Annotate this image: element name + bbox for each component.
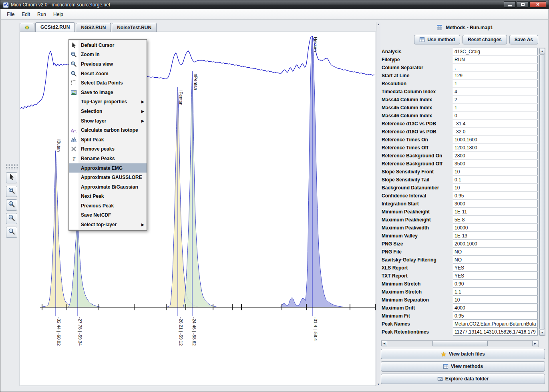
- menu-file[interactable]: File: [3, 10, 18, 19]
- menu-item-show-layer[interactable]: Show layer▶: [69, 116, 147, 126]
- property-value-input[interactable]: [453, 328, 538, 336]
- scroll-up-icon[interactable]: ▲: [539, 48, 545, 54]
- tool-zoom-in-button[interactable]: [6, 186, 17, 197]
- menu-item-select-data-points[interactable]: Select Data Points: [69, 78, 147, 88]
- menu-item-reset-zoom[interactable]: Reset Zoom: [69, 69, 147, 78]
- menu-item-approximate-emg[interactable]: Approximate EMG: [69, 163, 147, 173]
- property-value-input[interactable]: [453, 168, 538, 175]
- method-property-row: PNG File: [381, 248, 539, 256]
- menu-item-save-netcdf[interactable]: Save NetCDF: [69, 211, 147, 220]
- property-value-input[interactable]: [453, 248, 538, 255]
- menu-help[interactable]: Help: [50, 10, 67, 19]
- property-value-input[interactable]: [453, 160, 538, 167]
- property-value-input[interactable]: [453, 192, 538, 199]
- property-value-input[interactable]: [453, 264, 538, 271]
- property-value-input[interactable]: [453, 64, 538, 71]
- view-batch-files-button[interactable]: ★ View batch files: [381, 349, 545, 359]
- property-label: XLS Report: [382, 265, 408, 271]
- menu-run[interactable]: Run: [34, 10, 50, 19]
- tool-previous-view-button[interactable]: 1: [6, 199, 17, 211]
- methods-vertical-scrollbar[interactable]: ▲ ▼: [539, 48, 545, 336]
- property-value-input[interactable]: [453, 136, 538, 143]
- scroll-left-icon[interactable]: ◀: [381, 341, 387, 346]
- property-value-input[interactable]: [453, 72, 538, 79]
- property-value-input[interactable]: [453, 320, 538, 328]
- menu-item-default-cursor[interactable]: Default Cursor: [69, 40, 147, 50]
- property-value-input[interactable]: [453, 48, 538, 55]
- property-value-input[interactable]: [453, 96, 538, 103]
- scroll-down-icon[interactable]: ▼: [539, 330, 545, 336]
- horizontal-scroll-thumb[interactable]: [432, 341, 488, 346]
- property-value-input[interactable]: [453, 240, 538, 247]
- close-icon[interactable]: ✕: [529, 1, 546, 8]
- property-value-input[interactable]: [453, 280, 538, 287]
- property-value-input[interactable]: [453, 224, 538, 231]
- property-value-input[interactable]: [453, 232, 538, 239]
- view-methods-button[interactable]: View methods: [381, 361, 545, 372]
- explore-data-folder-button[interactable]: Explore data folder: [381, 374, 545, 384]
- menu-item-approximate-bigaussian[interactable]: Approximate BiGaussian: [69, 182, 147, 192]
- property-value-input[interactable]: [453, 176, 538, 183]
- chart-vertical-scrollbar[interactable]: ▲ ▼: [376, 22, 380, 386]
- property-value-input[interactable]: [453, 272, 538, 279]
- property-value-input[interactable]: [453, 256, 538, 263]
- property-value-input[interactable]: [453, 56, 538, 63]
- menu-item-selection[interactable]: Selection▶: [69, 107, 147, 116]
- menu-item-remove-peaks[interactable]: Remove peaks: [69, 145, 147, 154]
- menu-item-rename-peaks[interactable]: TRename Peaks: [69, 154, 147, 163]
- menu-item-select-top-layer[interactable]: Select top-layer▶: [69, 220, 147, 229]
- menu-edit[interactable]: Edit: [18, 10, 34, 19]
- menu-item-next-peak[interactable]: Next Peak: [69, 192, 147, 201]
- menu-item-previous-view[interactable]: 1Previous view: [69, 59, 147, 69]
- property-value-input[interactable]: [453, 288, 538, 296]
- property-value-input[interactable]: [453, 208, 538, 215]
- menu-item-previous-peak[interactable]: Previous Peak: [69, 201, 147, 211]
- tool-zoom-out-button[interactable]: [6, 213, 17, 224]
- menu-item-save-to-image[interactable]: Save to image: [69, 88, 147, 97]
- menu-item-approximate-gausslore[interactable]: Approximate GAUSSLORE: [69, 173, 147, 182]
- property-value-input[interactable]: [453, 184, 538, 191]
- tab-noisetest[interactable]: NoiseTest.RUN: [112, 23, 157, 32]
- minimize-icon[interactable]: [504, 1, 516, 8]
- property-value-input[interactable]: [453, 128, 538, 135]
- menu-item-label: Remove peaks: [78, 146, 147, 152]
- property-value-input[interactable]: [453, 304, 538, 312]
- property-value-input[interactable]: [453, 112, 538, 119]
- property-value-input[interactable]: [453, 120, 538, 127]
- property-value-input[interactable]: [453, 104, 538, 111]
- property-value-input[interactable]: [453, 200, 538, 207]
- property-value-input[interactable]: [453, 144, 538, 151]
- property-value-input[interactable]: [453, 216, 538, 223]
- toolbar-grip[interactable]: [6, 163, 18, 169]
- menu-item-label: Approximate EMG: [78, 165, 147, 171]
- methods-horizontal-scrollbar[interactable]: ◀ ▶: [381, 340, 539, 347]
- tool-reset-zoom-button[interactable]: [6, 227, 17, 238]
- menu-item-label: Approximate BiGaussian: [78, 184, 147, 190]
- use-method-button[interactable]: Use method: [414, 35, 460, 44]
- view-batch-files-label: View batch files: [449, 351, 485, 357]
- vertical-scroll-thumb[interactable]: [539, 54, 545, 329]
- tab-gcstd2[interactable]: GCStd2.RUN: [35, 22, 75, 32]
- property-value-input[interactable]: [453, 152, 538, 159]
- scroll-up-icon[interactable]: ▲: [376, 23, 380, 26]
- menu-item-calculate-carbon-isotope[interactable]: Calculate carbon Isotope: [69, 125, 147, 135]
- svg-text:1: 1: [72, 62, 74, 65]
- menu-item-zoom-in[interactable]: Zoom In: [69, 50, 147, 60]
- property-value-input[interactable]: [453, 88, 538, 95]
- isotope-icon: [69, 125, 78, 135]
- tab-ngs2[interactable]: NGS2.RUN: [76, 23, 111, 32]
- save-as-button[interactable]: Save As: [509, 35, 538, 44]
- reset-changes-button[interactable]: Reset changes: [463, 35, 507, 44]
- tab-run-icon[interactable]: [20, 23, 34, 32]
- scroll-down-icon[interactable]: ▼: [376, 383, 380, 386]
- tool-default-cursor-button[interactable]: [6, 172, 17, 183]
- menu-item-top-layer-properties[interactable]: Top-layer properties▶: [69, 97, 147, 107]
- property-value-input[interactable]: [453, 296, 538, 304]
- property-value-input[interactable]: [453, 80, 538, 87]
- menu-item-split-peak[interactable]: Split Peak: [69, 135, 147, 145]
- menubar: File Edit Run Help: [1, 9, 548, 20]
- maximize-icon[interactable]: [517, 1, 529, 8]
- scroll-right-icon[interactable]: ▶: [532, 341, 538, 346]
- explore-folder-icon: [437, 376, 443, 382]
- property-value-input[interactable]: [453, 312, 538, 320]
